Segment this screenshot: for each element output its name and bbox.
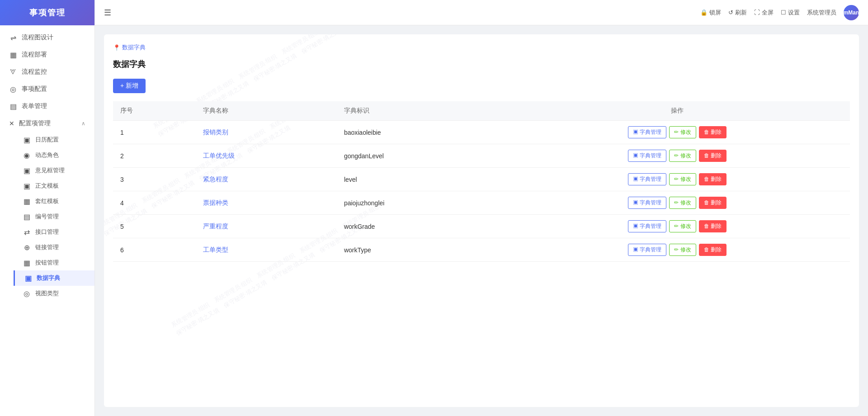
button-manage-icon: ▦ — [23, 259, 31, 267]
cell-actions: ▣ 字典管理✏ 修改🗑 删除 — [505, 121, 850, 144]
flow-monitor-icon: ⩔ — [9, 68, 17, 76]
form-manage-icon: ▤ — [9, 102, 17, 110]
cell-key: level — [337, 168, 505, 191]
breadcrumb-home-icon: 📍 — [113, 44, 120, 51]
settings-button[interactable]: ☐ 设置 — [781, 9, 800, 17]
sidebar-item-interface-manage[interactable]: ⇄ 接口管理 — [14, 224, 94, 240]
dict-manage-button[interactable]: ▣ 字典管理 — [628, 244, 666, 256]
cell-name[interactable]: 紧急程度 — [196, 168, 337, 191]
sidebar-item-dynamic-role[interactable]: ◉ 动态角色 — [14, 147, 94, 163]
delete-button[interactable]: 🗑 删除 — [699, 220, 726, 232]
sidebar-submenu: ▣ 日历配置 ◉ 动态角色 ▣ 意见框管理 ▣ 正文模板 ▦ 套红模板 ▤ 编号… — [0, 132, 94, 301]
sidebar-item-number-manage[interactable]: ▤ 编号管理 — [14, 209, 94, 224]
cell-actions: ▣ 字典管理✏ 修改🗑 删除 — [505, 144, 850, 168]
cell-key: workType — [337, 238, 505, 262]
content-area: 系统管理员·组织 系统管理员·组织 系统管理员·组织 系统管理员·组织 系统管理… — [95, 25, 868, 416]
data-dict-icon: ▣ — [24, 274, 32, 282]
cell-index: 5 — [113, 215, 196, 238]
lock-screen-button[interactable]: 🔒 锁屏 — [700, 9, 721, 17]
cell-key: gongdanLevel — [337, 144, 505, 168]
delete-button[interactable]: 🗑 删除 — [699, 150, 726, 162]
data-table: 序号 字典名称 字典标识 操作 1报销类别baoxiaoleibie▣ 字典管理… — [113, 101, 850, 262]
item-config-icon: ◎ — [9, 85, 17, 93]
cell-index: 4 — [113, 191, 196, 215]
fullscreen-button[interactable]: ⛶ 全屏 — [754, 9, 774, 17]
sidebar-item-config-manage[interactable]: ✕ 配置项管理 ∧ — [0, 115, 94, 132]
sidebar-item-button-manage[interactable]: ▦ 按钮管理 — [14, 255, 94, 270]
col-index: 序号 — [113, 101, 196, 121]
page-title: 数据字典 — [113, 59, 850, 70]
refresh-icon: ↺ — [728, 9, 733, 16]
table-row: 3紧急程度level▣ 字典管理✏ 修改🗑 删除 — [113, 168, 850, 191]
sidebar-item-link-manage[interactable]: ⊕ 链接管理 — [14, 240, 94, 255]
doc-template-icon: ▣ — [23, 182, 31, 190]
cell-name[interactable]: 报销类别 — [196, 121, 337, 144]
table-row: 2工单优先级gongdanLevel▣ 字典管理✏ 修改🗑 删除 — [113, 144, 850, 168]
table-row: 6工单类型workType▣ 字典管理✏ 修改🗑 删除 — [113, 238, 850, 262]
dict-manage-button[interactable]: ▣ 字典管理 — [628, 150, 666, 162]
link-icon: ⊕ — [23, 243, 31, 251]
cell-index: 6 — [113, 238, 196, 262]
delete-button[interactable]: 🗑 删除 — [699, 197, 726, 209]
col-action: 操作 — [505, 101, 850, 121]
cell-name[interactable]: 严重程度 — [196, 215, 337, 238]
calendar-icon: ▣ — [23, 136, 31, 144]
dict-manage-button[interactable]: ▣ 字典管理 — [628, 220, 666, 232]
sidebar-item-item-config[interactable]: ◎ 事项配置 — [0, 80, 94, 98]
sidebar-item-feedback-manage[interactable]: ▣ 意见框管理 — [14, 163, 94, 178]
sidebar-item-doc-template[interactable]: ▣ 正文模板 — [14, 178, 94, 194]
cell-key: baoxiaoleibie — [337, 121, 505, 144]
sidebar-menu: ⇌ 流程图设计 ▦ 流程部署 ⩔ 流程监控 ◎ 事项配置 ▤ 表单管理 ✕ 配置… — [0, 25, 94, 416]
sidebar-item-calendar-config[interactable]: ▣ 日历配置 — [14, 132, 94, 147]
edit-button[interactable]: ✏ 修改 — [669, 220, 696, 232]
sidebar-item-data-dict[interactable]: ▣ 数据字典 — [14, 270, 94, 286]
delete-button[interactable]: 🗑 删除 — [699, 244, 726, 256]
dict-manage-button[interactable]: ▣ 字典管理 — [628, 126, 666, 138]
cell-actions: ▣ 字典管理✏ 修改🗑 删除 — [505, 238, 850, 262]
cell-key: workGrade — [337, 215, 505, 238]
sidebar-item-red-template[interactable]: ▦ 套红模板 — [14, 194, 94, 209]
cell-actions: ▣ 字典管理✏ 修改🗑 删除 — [505, 191, 850, 215]
dict-manage-button[interactable]: ▣ 字典管理 — [628, 173, 666, 185]
cell-index: 3 — [113, 168, 196, 191]
edit-button[interactable]: ✏ 修改 — [669, 126, 696, 138]
table-row: 1报销类别baoxiaoleibie▣ 字典管理✏ 修改🗑 删除 — [113, 121, 850, 144]
cell-index: 1 — [113, 121, 196, 144]
collapse-button[interactable]: ☰ — [104, 8, 111, 18]
edit-button[interactable]: ✏ 修改 — [669, 244, 696, 256]
settings-icon: ☐ — [781, 9, 786, 16]
cell-key: paiojuzhonglei — [337, 191, 505, 215]
user-name: 系统管理员 — [807, 9, 836, 17]
edit-button[interactable]: ✏ 修改 — [669, 197, 696, 209]
sidebar-title: 事项管理 — [0, 0, 94, 25]
topbar-right: 🔒 锁屏 ↺ 刷新 ⛶ 全屏 ☐ 设置 系统管理员 mMan — [700, 5, 859, 20]
add-button[interactable]: + 新增 — [113, 79, 146, 93]
table-row: 5严重程度workGrade▣ 字典管理✏ 修改🗑 删除 — [113, 215, 850, 238]
chevron-up-icon: ∧ — [81, 120, 85, 127]
sidebar-item-form-manage[interactable]: ▤ 表单管理 — [0, 98, 94, 115]
dict-manage-button[interactable]: ▣ 字典管理 — [628, 197, 666, 209]
topbar: ☰ 🔒 锁屏 ↺ 刷新 ⛶ 全屏 ☐ 设置 系统管理员 mMan — [95, 0, 868, 25]
refresh-button[interactable]: ↺ 刷新 — [728, 9, 747, 17]
sidebar-item-flow-monitor[interactable]: ⩔ 流程监控 — [0, 63, 94, 80]
cell-name[interactable]: 票据种类 — [196, 191, 337, 215]
main-area: ☰ 🔒 锁屏 ↺ 刷新 ⛶ 全屏 ☐ 设置 系统管理员 mMan — [95, 0, 868, 416]
cell-index: 2 — [113, 144, 196, 168]
delete-button[interactable]: 🗑 删除 — [699, 126, 726, 138]
delete-button[interactable]: 🗑 删除 — [699, 173, 726, 185]
cell-name[interactable]: 工单类型 — [196, 238, 337, 262]
red-template-icon: ▦ — [23, 197, 31, 205]
dynamic-role-icon: ◉ — [23, 151, 31, 159]
avatar[interactable]: mMan — [844, 5, 859, 20]
edit-button[interactable]: ✏ 修改 — [669, 173, 696, 185]
cell-name[interactable]: 工单优先级 — [196, 144, 337, 168]
edit-button[interactable]: ✏ 修改 — [669, 150, 696, 162]
sidebar-item-view-type[interactable]: ◎ 视图类型 — [14, 286, 94, 301]
lock-icon: 🔒 — [700, 9, 708, 16]
content-card: 系统管理员·组织 系统管理员·组织 系统管理员·组织 系统管理员·组织 系统管理… — [104, 34, 859, 407]
breadcrumb: 📍 数据字典 — [113, 43, 850, 52]
sidebar-item-flow-deploy[interactable]: ▦ 流程部署 — [0, 46, 94, 63]
config-manage-icon: ✕ — [9, 120, 14, 127]
fullscreen-icon: ⛶ — [754, 9, 760, 16]
sidebar-item-flow-design[interactable]: ⇌ 流程图设计 — [0, 29, 94, 46]
